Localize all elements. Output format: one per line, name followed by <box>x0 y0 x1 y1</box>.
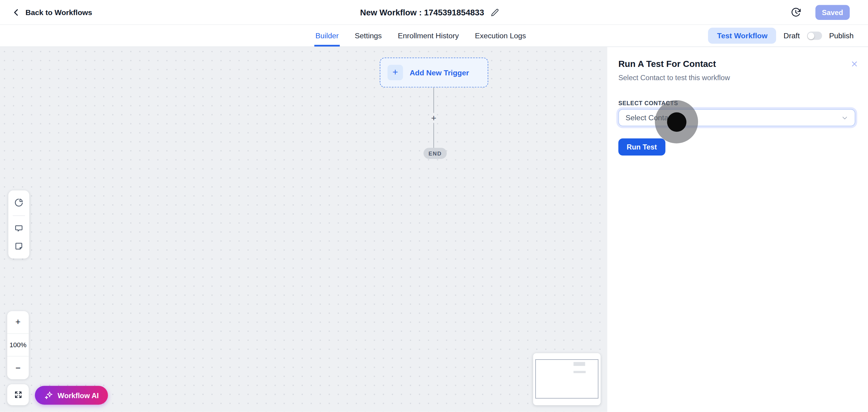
plus-icon: + <box>388 65 403 80</box>
minimap-trigger-node <box>574 362 585 366</box>
zoom-level: 100% <box>7 334 29 356</box>
tabs-group: Builder Settings Enrollment History Exec… <box>315 25 526 47</box>
workflow-title-group: New Workflow : 1745391854833 <box>360 7 499 17</box>
pencil-icon[interactable] <box>491 8 499 17</box>
minimap-end-node <box>574 371 586 373</box>
saved-button[interactable]: Saved <box>815 5 849 20</box>
run-test-panel: Run A Test For Contact Select Contact to… <box>607 47 868 412</box>
zoom-controls: + 100% − <box>7 311 29 379</box>
tab-builder[interactable]: Builder <box>315 25 339 47</box>
sticky-note-icon[interactable] <box>14 242 24 251</box>
back-to-workflows-button[interactable]: Back to Workflows <box>12 8 92 17</box>
select-contact-dropdown[interactable]: Select Contact <box>618 109 855 126</box>
back-label: Back to Workflows <box>25 8 92 17</box>
app-window: Back to Workflows New Workflow : 1745391… <box>0 0 868 412</box>
tool-rail-divider <box>13 215 25 216</box>
workflow-ai-label: Workflow AI <box>58 391 99 400</box>
chat-icon[interactable] <box>14 224 24 233</box>
select-contact-placeholder: Select Contact <box>626 114 841 122</box>
add-step-plus-button[interactable]: + <box>429 113 439 124</box>
test-workflow-button[interactable]: Test Workflow <box>708 28 776 44</box>
workflow-ai-button[interactable]: Workflow AI <box>35 386 108 405</box>
select-contacts-label: SELECT CONTACTS <box>618 100 678 106</box>
expand-icon <box>13 390 22 399</box>
add-new-trigger-node[interactable]: + Add New Trigger <box>380 58 488 87</box>
tab-controls: Test Workflow Draft Publish <box>708 25 854 47</box>
minimap[interactable] <box>533 353 601 405</box>
page-title: New Workflow : 1745391854833 <box>360 7 484 17</box>
chevron-down-icon <box>841 114 848 121</box>
close-icon[interactable] <box>850 60 859 68</box>
tab-bar: Builder Settings Enrollment History Exec… <box>0 25 868 47</box>
history-icon[interactable] <box>790 7 801 18</box>
workflow-canvas[interactable]: + Add New Trigger + END <box>0 47 607 412</box>
zoom-out-button[interactable]: − <box>7 356 29 379</box>
add-new-trigger-label: Add New Trigger <box>410 68 469 77</box>
zoom-in-button[interactable]: + <box>7 311 29 334</box>
tab-execution-logs[interactable]: Execution Logs <box>475 25 526 47</box>
toggle-knob <box>808 32 814 39</box>
publish-label: Publish <box>829 32 854 40</box>
publish-toggle[interactable] <box>807 32 822 40</box>
panel-subtitle: Select Contact to test this workflow <box>618 73 730 82</box>
minimap-viewport <box>535 359 598 399</box>
draft-label: Draft <box>784 32 800 40</box>
run-test-button[interactable]: Run Test <box>618 138 665 156</box>
fit-view-button[interactable] <box>7 384 29 405</box>
main-area: + Add New Trigger + END <box>0 47 868 412</box>
tab-enrollment-history[interactable]: Enrollment History <box>398 25 459 47</box>
end-node: END <box>424 148 447 159</box>
top-bar: Back to Workflows New Workflow : 1745391… <box>0 0 868 25</box>
sparkles-icon <box>44 391 53 400</box>
topbar-right-group: Saved <box>790 5 849 20</box>
chevron-left-icon <box>12 8 21 17</box>
connector-line-top <box>433 87 434 113</box>
connector-line-bottom <box>433 123 434 148</box>
panel-title: Run A Test For Contact <box>618 59 716 69</box>
tab-settings[interactable]: Settings <box>355 25 382 47</box>
pie-chart-icon[interactable] <box>14 198 24 208</box>
canvas-tool-rail <box>8 190 30 259</box>
